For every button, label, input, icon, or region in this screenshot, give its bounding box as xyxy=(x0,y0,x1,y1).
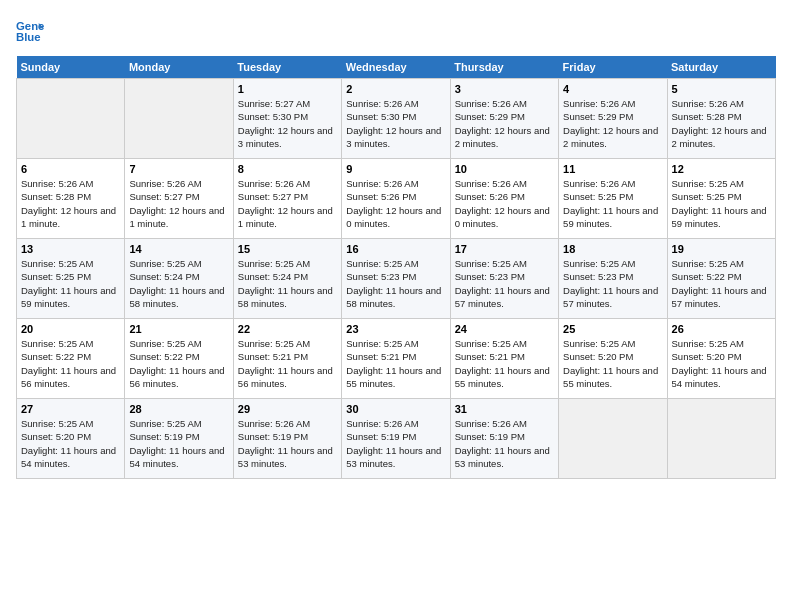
cell-info: Sunrise: 5:25 AMSunset: 5:23 PMDaylight:… xyxy=(346,257,445,310)
day-number: 2 xyxy=(346,83,445,95)
cell-info: Sunrise: 5:25 AMSunset: 5:20 PMDaylight:… xyxy=(563,337,662,390)
cell-info: Sunrise: 5:25 AMSunset: 5:25 PMDaylight:… xyxy=(21,257,120,310)
day-number: 15 xyxy=(238,243,337,255)
calendar-cell: 25 Sunrise: 5:25 AMSunset: 5:20 PMDaylig… xyxy=(559,319,667,399)
cell-info: Sunrise: 5:26 AMSunset: 5:26 PMDaylight:… xyxy=(455,177,554,230)
calendar-cell: 3 Sunrise: 5:26 AMSunset: 5:29 PMDayligh… xyxy=(450,79,558,159)
calendar-cell: 24 Sunrise: 5:25 AMSunset: 5:21 PMDaylig… xyxy=(450,319,558,399)
cell-info: Sunrise: 5:26 AMSunset: 5:19 PMDaylight:… xyxy=(455,417,554,470)
cell-info: Sunrise: 5:25 AMSunset: 5:21 PMDaylight:… xyxy=(346,337,445,390)
page-header: General Blue xyxy=(16,16,776,44)
cell-info: Sunrise: 5:26 AMSunset: 5:29 PMDaylight:… xyxy=(563,97,662,150)
calendar-cell: 26 Sunrise: 5:25 AMSunset: 5:20 PMDaylig… xyxy=(667,319,775,399)
day-number: 24 xyxy=(455,323,554,335)
day-number: 1 xyxy=(238,83,337,95)
calendar-cell xyxy=(667,399,775,479)
calendar-week-row: 27 Sunrise: 5:25 AMSunset: 5:20 PMDaylig… xyxy=(17,399,776,479)
calendar-cell: 19 Sunrise: 5:25 AMSunset: 5:22 PMDaylig… xyxy=(667,239,775,319)
weekday-header-cell: Tuesday xyxy=(233,56,341,79)
day-number: 18 xyxy=(563,243,662,255)
calendar-cell: 12 Sunrise: 5:25 AMSunset: 5:25 PMDaylig… xyxy=(667,159,775,239)
calendar-cell: 2 Sunrise: 5:26 AMSunset: 5:30 PMDayligh… xyxy=(342,79,450,159)
cell-info: Sunrise: 5:27 AMSunset: 5:30 PMDaylight:… xyxy=(238,97,337,150)
cell-info: Sunrise: 5:26 AMSunset: 5:30 PMDaylight:… xyxy=(346,97,445,150)
day-number: 8 xyxy=(238,163,337,175)
calendar-cell: 14 Sunrise: 5:25 AMSunset: 5:24 PMDaylig… xyxy=(125,239,233,319)
day-number: 3 xyxy=(455,83,554,95)
day-number: 19 xyxy=(672,243,771,255)
calendar-cell: 1 Sunrise: 5:27 AMSunset: 5:30 PMDayligh… xyxy=(233,79,341,159)
weekday-header-cell: Saturday xyxy=(667,56,775,79)
logo-icon: General Blue xyxy=(16,16,44,44)
cell-info: Sunrise: 5:25 AMSunset: 5:24 PMDaylight:… xyxy=(129,257,228,310)
calendar-cell: 11 Sunrise: 5:26 AMSunset: 5:25 PMDaylig… xyxy=(559,159,667,239)
calendar-table: SundayMondayTuesdayWednesdayThursdayFrid… xyxy=(16,56,776,479)
calendar-cell: 16 Sunrise: 5:25 AMSunset: 5:23 PMDaylig… xyxy=(342,239,450,319)
calendar-cell xyxy=(17,79,125,159)
calendar-cell: 20 Sunrise: 5:25 AMSunset: 5:22 PMDaylig… xyxy=(17,319,125,399)
day-number: 31 xyxy=(455,403,554,415)
cell-info: Sunrise: 5:25 AMSunset: 5:25 PMDaylight:… xyxy=(672,177,771,230)
calendar-cell: 8 Sunrise: 5:26 AMSunset: 5:27 PMDayligh… xyxy=(233,159,341,239)
cell-info: Sunrise: 5:26 AMSunset: 5:28 PMDaylight:… xyxy=(21,177,120,230)
day-number: 28 xyxy=(129,403,228,415)
day-number: 23 xyxy=(346,323,445,335)
day-number: 17 xyxy=(455,243,554,255)
day-number: 22 xyxy=(238,323,337,335)
calendar-cell: 28 Sunrise: 5:25 AMSunset: 5:19 PMDaylig… xyxy=(125,399,233,479)
day-number: 16 xyxy=(346,243,445,255)
day-number: 21 xyxy=(129,323,228,335)
cell-info: Sunrise: 5:26 AMSunset: 5:27 PMDaylight:… xyxy=(238,177,337,230)
cell-info: Sunrise: 5:25 AMSunset: 5:21 PMDaylight:… xyxy=(455,337,554,390)
day-number: 30 xyxy=(346,403,445,415)
calendar-cell: 4 Sunrise: 5:26 AMSunset: 5:29 PMDayligh… xyxy=(559,79,667,159)
day-number: 25 xyxy=(563,323,662,335)
weekday-header-row: SundayMondayTuesdayWednesdayThursdayFrid… xyxy=(17,56,776,79)
day-number: 4 xyxy=(563,83,662,95)
day-number: 27 xyxy=(21,403,120,415)
cell-info: Sunrise: 5:26 AMSunset: 5:25 PMDaylight:… xyxy=(563,177,662,230)
logo: General Blue xyxy=(16,16,48,44)
day-number: 6 xyxy=(21,163,120,175)
day-number: 26 xyxy=(672,323,771,335)
cell-info: Sunrise: 5:26 AMSunset: 5:19 PMDaylight:… xyxy=(346,417,445,470)
cell-info: Sunrise: 5:26 AMSunset: 5:26 PMDaylight:… xyxy=(346,177,445,230)
weekday-header-cell: Monday xyxy=(125,56,233,79)
calendar-week-row: 13 Sunrise: 5:25 AMSunset: 5:25 PMDaylig… xyxy=(17,239,776,319)
cell-info: Sunrise: 5:25 AMSunset: 5:22 PMDaylight:… xyxy=(129,337,228,390)
cell-info: Sunrise: 5:26 AMSunset: 5:19 PMDaylight:… xyxy=(238,417,337,470)
day-number: 29 xyxy=(238,403,337,415)
cell-info: Sunrise: 5:26 AMSunset: 5:28 PMDaylight:… xyxy=(672,97,771,150)
calendar-cell xyxy=(125,79,233,159)
cell-info: Sunrise: 5:25 AMSunset: 5:24 PMDaylight:… xyxy=(238,257,337,310)
calendar-cell: 13 Sunrise: 5:25 AMSunset: 5:25 PMDaylig… xyxy=(17,239,125,319)
calendar-cell: 7 Sunrise: 5:26 AMSunset: 5:27 PMDayligh… xyxy=(125,159,233,239)
cell-info: Sunrise: 5:25 AMSunset: 5:20 PMDaylight:… xyxy=(21,417,120,470)
calendar-week-row: 20 Sunrise: 5:25 AMSunset: 5:22 PMDaylig… xyxy=(17,319,776,399)
calendar-cell: 27 Sunrise: 5:25 AMSunset: 5:20 PMDaylig… xyxy=(17,399,125,479)
calendar-cell: 21 Sunrise: 5:25 AMSunset: 5:22 PMDaylig… xyxy=(125,319,233,399)
calendar-cell: 29 Sunrise: 5:26 AMSunset: 5:19 PMDaylig… xyxy=(233,399,341,479)
calendar-cell: 30 Sunrise: 5:26 AMSunset: 5:19 PMDaylig… xyxy=(342,399,450,479)
cell-info: Sunrise: 5:25 AMSunset: 5:22 PMDaylight:… xyxy=(21,337,120,390)
cell-info: Sunrise: 5:25 AMSunset: 5:20 PMDaylight:… xyxy=(672,337,771,390)
day-number: 5 xyxy=(672,83,771,95)
day-number: 20 xyxy=(21,323,120,335)
calendar-week-row: 1 Sunrise: 5:27 AMSunset: 5:30 PMDayligh… xyxy=(17,79,776,159)
cell-info: Sunrise: 5:26 AMSunset: 5:27 PMDaylight:… xyxy=(129,177,228,230)
calendar-body: 1 Sunrise: 5:27 AMSunset: 5:30 PMDayligh… xyxy=(17,79,776,479)
calendar-cell: 9 Sunrise: 5:26 AMSunset: 5:26 PMDayligh… xyxy=(342,159,450,239)
weekday-header-cell: Wednesday xyxy=(342,56,450,79)
cell-info: Sunrise: 5:25 AMSunset: 5:19 PMDaylight:… xyxy=(129,417,228,470)
calendar-cell: 10 Sunrise: 5:26 AMSunset: 5:26 PMDaylig… xyxy=(450,159,558,239)
calendar-cell: 5 Sunrise: 5:26 AMSunset: 5:28 PMDayligh… xyxy=(667,79,775,159)
weekday-header-cell: Sunday xyxy=(17,56,125,79)
day-number: 14 xyxy=(129,243,228,255)
day-number: 13 xyxy=(21,243,120,255)
cell-info: Sunrise: 5:25 AMSunset: 5:22 PMDaylight:… xyxy=(672,257,771,310)
day-number: 12 xyxy=(672,163,771,175)
day-number: 7 xyxy=(129,163,228,175)
calendar-week-row: 6 Sunrise: 5:26 AMSunset: 5:28 PMDayligh… xyxy=(17,159,776,239)
calendar-cell: 15 Sunrise: 5:25 AMSunset: 5:24 PMDaylig… xyxy=(233,239,341,319)
svg-text:Blue: Blue xyxy=(16,31,41,43)
